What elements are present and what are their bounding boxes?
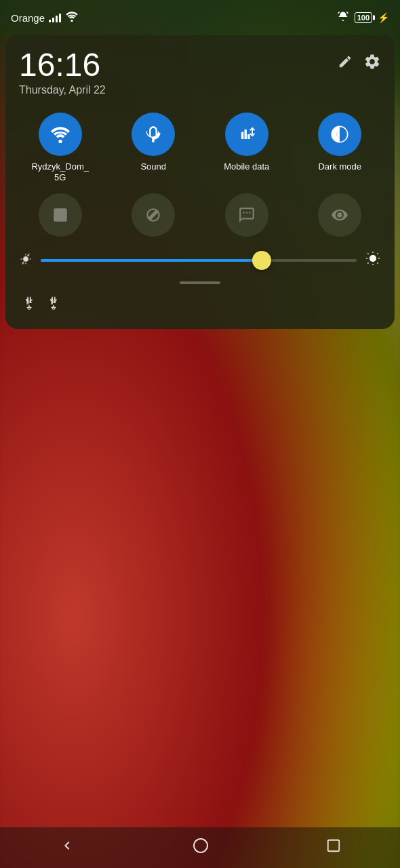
settings-button[interactable] bbox=[363, 53, 381, 75]
toggle-dark-mode-circle bbox=[318, 113, 361, 156]
drag-indicator bbox=[19, 281, 381, 284]
status-left: Orange bbox=[11, 11, 79, 25]
brightness-thumb bbox=[252, 251, 271, 270]
drag-bar bbox=[180, 281, 220, 284]
nav-back-button[interactable] bbox=[54, 832, 81, 863]
usb-row bbox=[19, 291, 381, 315]
toggle-sound[interactable]: Sound bbox=[113, 113, 195, 182]
toggle-mobile-data-label: Mobile data bbox=[224, 161, 269, 172]
navigation-bar bbox=[0, 827, 400, 868]
wifi-status-icon bbox=[65, 11, 79, 25]
nav-recents-button[interactable] bbox=[321, 833, 346, 863]
svg-point-0 bbox=[71, 20, 73, 22]
clock-area: 16:16 Thursday, April 22 bbox=[19, 49, 381, 96]
svg-point-1 bbox=[58, 140, 62, 143]
toggle-extra-4[interactable] bbox=[299, 193, 382, 237]
signal-bar-2 bbox=[52, 18, 54, 22]
quick-toggles-row2 bbox=[19, 193, 381, 237]
toggle-sound-circle bbox=[132, 113, 175, 156]
signal-bars bbox=[49, 13, 61, 22]
usb-icon-1 bbox=[22, 295, 37, 314]
notification-panel: 16:16 Thursday, April 22 bbox=[5, 35, 395, 329]
brightness-row bbox=[19, 248, 381, 273]
svg-point-5 bbox=[369, 255, 376, 262]
brightness-max-icon bbox=[365, 250, 381, 271]
quick-toggles-row1: Rydzyk_Dom_5G Sound Mobile data bbox=[19, 113, 381, 182]
toggle-extra-2-circle bbox=[132, 193, 175, 237]
carrier-name: Orange bbox=[11, 12, 45, 24]
signal-bar-3 bbox=[56, 16, 58, 22]
alarm-icon bbox=[337, 11, 349, 25]
clock-date: Thursday, April 22 bbox=[19, 84, 106, 96]
clock-time: 16:16 bbox=[19, 49, 106, 81]
toggle-sound-label: Sound bbox=[140, 161, 166, 172]
nav-home-button[interactable] bbox=[187, 832, 214, 863]
toggle-mobile-data[interactable]: Mobile data bbox=[205, 113, 288, 182]
svg-point-4 bbox=[24, 256, 28, 261]
toggle-extra-4-circle bbox=[318, 193, 361, 237]
toggle-wifi-label: Rydzyk_Dom_5G bbox=[31, 161, 89, 182]
status-bar: Orange 100 ⚡ bbox=[0, 0, 400, 35]
usb-icon-2 bbox=[46, 295, 61, 314]
clock-actions bbox=[338, 53, 381, 75]
svg-rect-9 bbox=[328, 840, 340, 852]
signal-bar-1 bbox=[49, 20, 51, 22]
signal-bar-4 bbox=[59, 14, 61, 22]
toggle-extra-1-circle bbox=[39, 193, 82, 237]
svg-point-6 bbox=[28, 307, 31, 310]
svg-point-7 bbox=[52, 307, 55, 310]
clock-info: 16:16 Thursday, April 22 bbox=[19, 49, 106, 96]
toggle-mobile-data-circle bbox=[225, 113, 268, 156]
battery-indicator: 100 bbox=[355, 12, 372, 23]
brightness-min-icon bbox=[19, 252, 33, 269]
status-right: 100 ⚡ bbox=[337, 11, 389, 25]
toggle-extra-1[interactable] bbox=[19, 193, 102, 237]
charging-icon: ⚡ bbox=[378, 12, 389, 23]
svg-point-8 bbox=[194, 839, 207, 852]
toggle-wifi-circle bbox=[39, 113, 82, 156]
brightness-fill bbox=[41, 259, 262, 262]
battery-level: 100 bbox=[357, 14, 369, 22]
brightness-slider[interactable] bbox=[41, 259, 357, 262]
toggle-extra-3-circle bbox=[225, 193, 268, 237]
toggle-dark-mode-label: Dark mode bbox=[318, 161, 361, 172]
toggle-dark-mode[interactable]: Dark mode bbox=[299, 113, 382, 182]
toggle-extra-3[interactable] bbox=[205, 193, 288, 237]
toggle-extra-2[interactable] bbox=[113, 193, 195, 237]
toggle-wifi[interactable]: Rydzyk_Dom_5G bbox=[19, 113, 102, 182]
edit-button[interactable] bbox=[338, 54, 353, 73]
